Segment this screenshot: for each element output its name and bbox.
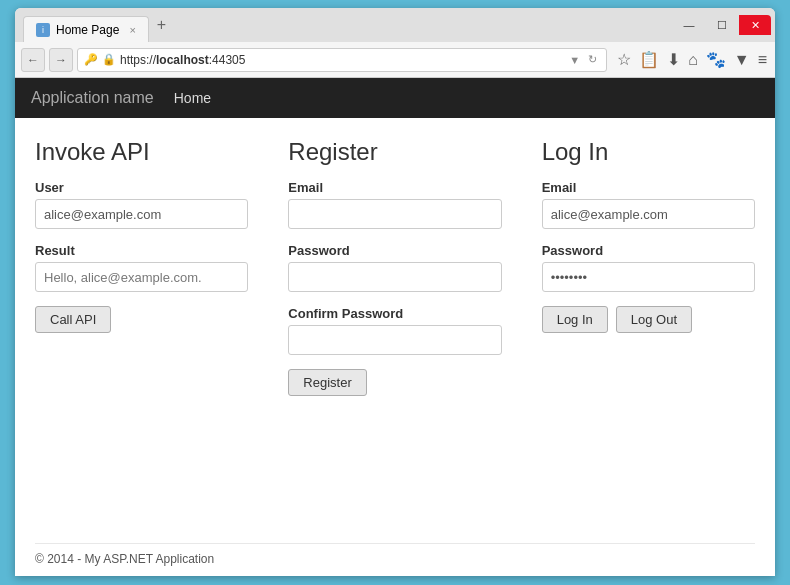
close-window-button[interactable]: ✕ xyxy=(739,15,771,35)
app-name: Application name xyxy=(31,89,154,107)
login-section: Log In Email Password Log In Log Out xyxy=(542,138,755,535)
lock-icon: 🔑 xyxy=(84,53,98,66)
navbar: Application name Home xyxy=(15,78,775,118)
user-label: User xyxy=(35,180,248,195)
address-bar: ← → 🔑 🔒 https://localhost:44305 ▼ ↻ ☆ 📋 … xyxy=(15,42,775,78)
active-tab[interactable]: i Home Page × xyxy=(23,16,149,42)
register-email-group: Email xyxy=(288,180,501,229)
url-box[interactable]: 🔑 🔒 https://localhost:44305 ▼ ↻ xyxy=(77,48,607,72)
login-email-label: Email xyxy=(542,180,755,195)
register-section: Register Email Password Confirm Password… xyxy=(288,138,501,535)
result-input[interactable] xyxy=(35,262,248,292)
register-email-label: Email xyxy=(288,180,501,195)
title-bar: i Home Page × + — ☐ ✕ xyxy=(15,8,775,42)
register-confirm-group: Confirm Password xyxy=(288,306,501,355)
bookmark-star-icon[interactable]: ☆ xyxy=(615,50,633,69)
home-nav-link[interactable]: Home xyxy=(174,90,211,106)
register-confirm-label: Confirm Password xyxy=(288,306,501,321)
refresh-icon[interactable]: ↻ xyxy=(585,53,600,66)
result-label: Result xyxy=(35,243,248,258)
register-password-group: Password xyxy=(288,243,501,292)
home-icon[interactable]: ⌂ xyxy=(686,51,700,69)
register-title: Register xyxy=(288,138,501,166)
invoke-api-section: Invoke API User Result Call API xyxy=(35,138,248,535)
tab-area: i Home Page × + xyxy=(15,8,673,42)
footer: © 2014 - My ASP.NET Application xyxy=(35,543,755,566)
download-icon[interactable]: ⬇ xyxy=(665,50,682,69)
register-password-label: Password xyxy=(288,243,501,258)
footer-text: © 2014 - My ASP.NET Application xyxy=(35,552,214,566)
register-password-input[interactable] xyxy=(288,262,501,292)
clipboard-icon[interactable]: 📋 xyxy=(637,50,661,69)
menu-icon[interactable]: ≡ xyxy=(756,51,769,69)
logout-button[interactable]: Log Out xyxy=(616,306,692,333)
dropdown-icon[interactable]: ▼ xyxy=(566,54,583,66)
invoke-api-title: Invoke API xyxy=(35,138,248,166)
register-email-input[interactable] xyxy=(288,199,501,229)
login-email-input[interactable] xyxy=(542,199,755,229)
login-button[interactable]: Log In xyxy=(542,306,608,333)
call-api-button[interactable]: Call API xyxy=(35,306,111,333)
user-input[interactable] xyxy=(35,199,248,229)
back-button[interactable]: ← xyxy=(21,48,45,72)
maximize-button[interactable]: ☐ xyxy=(706,15,738,35)
close-tab-button[interactable]: × xyxy=(129,24,135,36)
result-field-group: Result xyxy=(35,243,248,292)
ssl-icon: 🔒 xyxy=(102,53,116,66)
url-controls: ▼ ↻ xyxy=(566,53,600,66)
page-content: Invoke API User Result Call API Register… xyxy=(15,118,775,576)
extension-icon[interactable]: 🐾 xyxy=(704,50,728,69)
login-email-group: Email xyxy=(542,180,755,229)
login-buttons: Log In Log Out xyxy=(542,306,755,333)
more-icon[interactable]: ▼ xyxy=(732,51,752,69)
new-tab-button[interactable]: + xyxy=(149,16,174,34)
login-title: Log In xyxy=(542,138,755,166)
user-field-group: User xyxy=(35,180,248,229)
login-password-label: Password xyxy=(542,243,755,258)
tab-title: Home Page xyxy=(56,23,119,37)
columns: Invoke API User Result Call API Register… xyxy=(35,138,755,535)
forward-button[interactable]: → xyxy=(49,48,73,72)
toolbar-icons: ☆ 📋 ⬇ ⌂ 🐾 ▼ ≡ xyxy=(615,50,769,69)
login-password-group: Password xyxy=(542,243,755,292)
minimize-button[interactable]: — xyxy=(673,15,705,35)
register-confirm-input[interactable] xyxy=(288,325,501,355)
register-button[interactable]: Register xyxy=(288,369,366,396)
url-text: https://localhost:44305 xyxy=(120,53,245,67)
window-controls: — ☐ ✕ xyxy=(673,8,775,42)
login-password-input[interactable] xyxy=(542,262,755,292)
tab-icon: i xyxy=(36,23,50,37)
